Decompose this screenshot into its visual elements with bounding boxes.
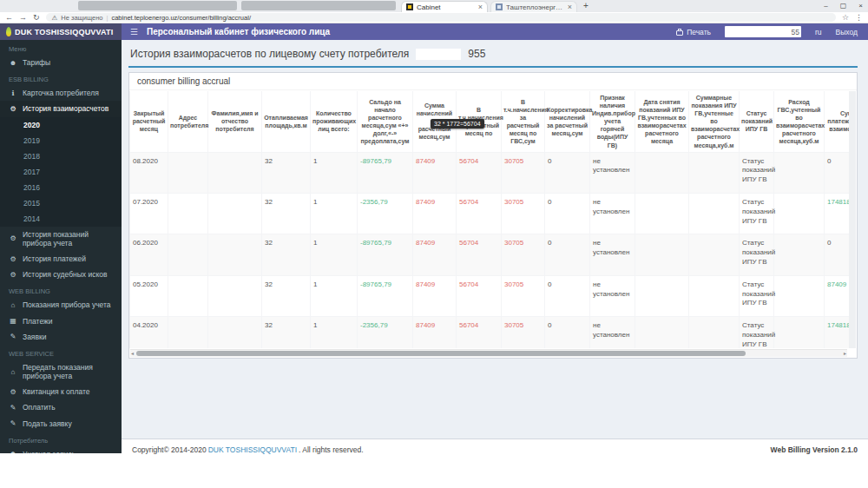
sidebar-item[interactable]: ✎Подать заявку — [0, 416, 122, 432]
page-title-text: История взаиморасчетов по лицевому счету… — [130, 48, 409, 60]
column-header: Фамилия,имя и отчество потребителя — [208, 91, 262, 152]
table-cell: 1 — [311, 234, 358, 275]
table-cell — [635, 317, 689, 348]
table-cell: 0 — [545, 275, 590, 316]
sidebar-item-label: Подать заявку — [23, 419, 72, 428]
not-secure-warning-icon[interactable]: ⚠ — [52, 14, 58, 22]
sidebar-year-2016[interactable]: 2016 — [0, 180, 122, 195]
browser-menu-icon[interactable]: ⋮ — [855, 14, 863, 22]
sidebar-year-2018[interactable]: 2018 — [0, 148, 122, 164]
table-cell: 32 — [262, 234, 311, 275]
hamburger-icon[interactable]: ☰ — [130, 27, 138, 36]
table-cell: 0 — [545, 194, 590, 234]
table-cell — [168, 275, 208, 316]
horizontal-scrollbar[interactable]: ◂ ▸ — [130, 349, 847, 357]
sidebar-item-label: Показания прибора учета — [23, 300, 111, 309]
column-header: Отапливаемая площадь,кв.м — [262, 91, 311, 152]
sidebar-item[interactable]: ℹКарточка потребителя — [0, 85, 122, 101]
table-cell — [168, 152, 208, 193]
sidebar-item[interactable]: ✎Оплатить — [0, 399, 122, 415]
sidebar-item[interactable]: ⌂Показания прибора учета — [0, 297, 122, 313]
logout-button[interactable]: Выход — [836, 28, 858, 36]
sidebar-section-label: ESB BILLING — [0, 70, 122, 85]
brand-block[interactable]: DUK TOSHISSIQQUVVATI — [0, 23, 122, 40]
sidebar-year-2017[interactable]: 2017 — [0, 164, 122, 180]
table-cell: -89765,79 — [358, 152, 413, 193]
sidebar-item[interactable]: ⚙Квитанция к оплате — [0, 384, 122, 399]
sidebar-item[interactable]: ▦Платежи — [0, 313, 122, 329]
edit-icon: ✎ — [9, 333, 17, 340]
close-tab-icon[interactable]: × — [568, 3, 572, 11]
brand-name: DUK TOSHISSIQQUVVATI — [15, 28, 114, 36]
maximize-button[interactable]: ▢ — [840, 2, 847, 10]
table-cell: 30705 — [502, 194, 545, 234]
table-cell: 1 — [311, 152, 358, 193]
language-selector[interactable]: ru — [815, 28, 822, 36]
column-header: Количество проживающих лиц всего: — [311, 91, 358, 152]
table-cell: 87409 — [413, 234, 457, 275]
table-cell — [208, 234, 262, 275]
sidebar-item[interactable]: ✎Заявки — [0, 329, 122, 345]
sidebar: Меню☻ТарифыESB BILLINGℹКарточка потребит… — [0, 40, 122, 453]
table-cell: -2356,79 — [358, 317, 413, 348]
new-tab-button[interactable]: + — [583, 1, 589, 10]
sidebar-item[interactable]: ⚙История взаиморасчетов — [0, 101, 122, 116]
scrollbar-thumb[interactable] — [136, 351, 746, 356]
home-icon: ⌂ — [9, 301, 17, 309]
sidebar-year-2015[interactable]: 2015 — [0, 195, 122, 211]
refresh-icon[interactable]: ↻ — [33, 14, 40, 22]
table-cell — [689, 317, 740, 348]
sidebar-item[interactable]: ⚙История показаний прибора учета — [0, 227, 122, 251]
table-cell: 87409 — [413, 275, 457, 316]
company-link[interactable]: DUK TOSHISSIQQUVVATI — [208, 445, 297, 454]
scroll-right-icon[interactable]: ▸ — [844, 350, 846, 358]
column-header: Признак наличия Индив.прибор учета горяч… — [590, 91, 635, 152]
main-content: История взаиморасчетов по лицевому счету… — [122, 40, 868, 488]
bookmark-star-icon[interactable]: ☆ — [842, 14, 849, 22]
sidebar-item-label: Оплатить — [23, 403, 56, 412]
table-cell — [168, 234, 208, 275]
sidebar-item-label: Передать показания прибора учета — [23, 363, 115, 380]
table-cell: 174818 — [825, 194, 850, 234]
tab-teploenergo[interactable]: Таштеплоэнерго - Страница Т × — [490, 1, 577, 12]
table-cell — [635, 234, 689, 275]
minimize-button[interactable]: – — [824, 2, 827, 10]
table-cell — [774, 317, 825, 348]
browser-tab-strip: Cabinet × Таштеплоэнерго - Страница Т × … — [0, 0, 868, 12]
tab-cabinet[interactable]: Cabinet × — [401, 1, 488, 12]
print-button[interactable]: Печать — [676, 28, 711, 36]
billing-table: Закрытый расчетный месяцАдрес потребител… — [129, 91, 849, 348]
sidebar-item[interactable]: ⚙История платежей — [0, 251, 122, 267]
table-cell — [689, 275, 740, 316]
table-cell: 56704 — [457, 152, 502, 193]
sidebar-item[interactable]: ⚙История судебных исков — [0, 267, 122, 282]
vertical-scroll-track[interactable] — [849, 91, 856, 348]
table-cell — [635, 152, 689, 193]
forward-icon[interactable]: → — [19, 14, 27, 22]
close-tab-icon[interactable]: × — [478, 3, 483, 11]
table-cell: 1 — [311, 275, 358, 316]
table-cell: 08.2020 — [130, 152, 168, 193]
sidebar-item[interactable]: ☻Тарифы — [0, 55, 122, 70]
redacted-tab — [78, 1, 237, 10]
sidebar-item[interactable]: ☻Учетная запись — [0, 446, 122, 453]
sidebar-item-label: Карточка потребителя — [23, 89, 99, 97]
table-cell: Статус показаний ИПУ ГВ — [740, 317, 774, 348]
sidebar-year-2020[interactable]: 2020 — [0, 117, 122, 133]
table-cell: 1 — [311, 317, 358, 348]
table-cell: 30705 — [502, 275, 545, 316]
sidebar-item-label: История взаиморасчетов — [23, 104, 108, 113]
sidebar-year-2014[interactable]: 2014 — [0, 211, 122, 227]
sidebar-item[interactable]: ⌂Передать показания прибора учета — [0, 359, 122, 384]
account-tail: 55 — [792, 28, 799, 36]
sidebar-year-2019[interactable]: 2019 — [0, 133, 122, 148]
close-window-button[interactable]: × — [858, 2, 863, 10]
print-label: Печать — [687, 28, 711, 36]
back-icon[interactable]: ← — [5, 14, 13, 22]
table-cell: 04.2020 — [130, 317, 168, 348]
table-cell — [689, 234, 740, 275]
url-field[interactable]: ⚠ Не защищено | cabinet.teploenergo.uz/c… — [46, 13, 836, 22]
scroll-left-icon[interactable]: ◂ — [131, 350, 134, 358]
column-header: Корректировка начислений за расчетный ме… — [545, 91, 590, 152]
url-text: cabinet.teploenergo.uz/consumer/billing/… — [111, 14, 251, 22]
